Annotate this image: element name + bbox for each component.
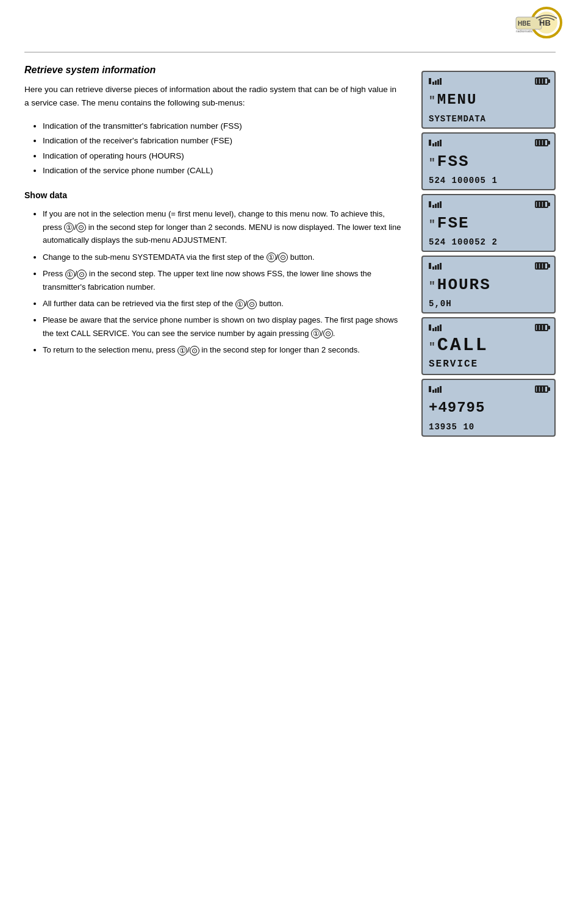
button-symbol-8: ⊙	[247, 299, 257, 309]
list-item: Indication of the service phone number (…	[43, 163, 403, 178]
lcd-dot-4	[429, 263, 431, 269]
lcd-screen-menu: " MENU SYSTEMDATA	[421, 71, 556, 129]
svg-text:HBE: HBE	[518, 20, 531, 27]
main-layout: Retrieve system information Here you can…	[24, 65, 556, 437]
lcd-screen-hours-line1: HOURS	[437, 276, 491, 294]
step-item-1: If you are not in the selection menu (= …	[43, 207, 403, 246]
text-column: Retrieve system information Here you can…	[24, 65, 403, 360]
logo-area: HBE radiomatic HB	[513, 6, 568, 40]
lcd-quote-char-5: "	[429, 341, 435, 353]
lcd-signal-bars-3	[432, 201, 442, 208]
step-item-4: All further data can be retrieved via th…	[43, 297, 403, 310]
step-item-5: Please be aware that the service phone n…	[43, 313, 403, 340]
lcd-screen-call: " CALL SERVICE	[421, 317, 556, 375]
step-item-3: Press ①/⊙ in the second step. The upper …	[43, 267, 403, 293]
button-symbol-2: ⊙	[76, 223, 86, 232]
lcd-screen-fss-line2: 524 100005 1	[429, 176, 548, 185]
lcd-battery-2	[535, 139, 548, 146]
logo-icon: HBE radiomatic HB	[513, 6, 568, 40]
list-item: Indication of the receiver's fabrication…	[43, 134, 403, 148]
lcd-screen-phone: +49795 13935 10	[421, 379, 556, 437]
lcd-screen-menu-line1: MENU	[437, 92, 478, 108]
lcd-signal-area-6	[429, 386, 442, 393]
lcd-line1-area-2: " FSS	[429, 153, 548, 171]
step-item-6: To return to the selection menu, press ①…	[43, 343, 403, 356]
lcd-signal-area-5	[429, 324, 442, 331]
lcd-line1-area-4: " HOURS	[429, 276, 548, 294]
lcd-screen-fse-line2: 524 100052 2	[429, 238, 548, 247]
lcd-battery-4	[535, 262, 548, 270]
button-symbol-9: ①	[311, 329, 321, 338]
feature-list: Indication of the transmitter's fabricat…	[24, 119, 403, 178]
lcd-screen-fss-line1: FSS	[437, 153, 470, 171]
button-symbol-4: ⊙	[278, 252, 288, 262]
button-symbol-3: ①	[267, 252, 276, 262]
lcd-quote-char-3: "	[429, 218, 435, 231]
lcd-dot-2	[429, 140, 431, 146]
lcd-screen-hours-line2: 5,0H	[429, 299, 548, 309]
lcd-quote-char: "	[429, 95, 435, 107]
lcd-screen-hours: " HOURS 5,0H	[421, 256, 556, 313]
steps-list: If you are not in the selection menu (= …	[24, 207, 403, 356]
lcd-signal-bars-4	[432, 263, 442, 270]
show-data-heading: Show data	[24, 190, 403, 200]
svg-text:HB: HB	[539, 18, 551, 27]
displays-column: " MENU SYSTEMDATA	[421, 71, 556, 437]
top-rule	[24, 52, 556, 52]
lcd-signal-area-2	[429, 140, 442, 146]
lcd-line1-area-3: " FSE	[429, 215, 548, 232]
list-item: Indication of the transmitter's fabricat…	[43, 119, 403, 134]
button-symbol-10: ⊙	[323, 329, 333, 338]
lcd-dot-1	[429, 78, 431, 84]
lcd-top-bar-1	[429, 77, 548, 85]
lcd-battery-5	[535, 324, 548, 331]
lcd-dot-3	[429, 201, 431, 207]
lcd-top-bar-3	[429, 200, 548, 209]
lcd-battery-6	[535, 385, 548, 393]
lcd-signal-area-4	[429, 263, 442, 270]
button-symbol-5: ①	[65, 270, 75, 279]
lcd-signal-bars-6	[432, 386, 442, 393]
button-symbol: ①	[64, 223, 74, 232]
lcd-dot-5	[429, 324, 431, 331]
lcd-top-bar-5	[429, 323, 548, 332]
lcd-top-bar-6	[429, 385, 548, 393]
lcd-screen-phone-line2: 13935 10	[429, 423, 548, 432]
lcd-signal-bars-2	[432, 140, 442, 146]
lcd-screen-fss: " FSS 524 100005 1	[421, 132, 556, 190]
svg-text:radiomatic: radiomatic	[516, 29, 533, 33]
lcd-battery-3	[535, 201, 548, 208]
lcd-line1-area-6: +49795	[429, 400, 548, 416]
lcd-top-bar-2	[429, 138, 548, 147]
lcd-screen-call-line1: CALL	[437, 335, 489, 356]
lcd-quote-char-4: "	[429, 280, 435, 292]
lcd-quote-char-2: "	[429, 157, 435, 169]
button-symbol-12: ⊙	[190, 346, 199, 356]
lcd-signal-bars	[432, 78, 442, 85]
button-symbol-7: ①	[235, 299, 245, 309]
lcd-screen-call-line2: SERVICE	[429, 359, 548, 370]
lcd-dot-6	[429, 386, 431, 392]
lcd-signal-area-3	[429, 201, 442, 208]
list-item: Indication of operating hours (HOURS)	[43, 149, 403, 163]
lcd-screen-menu-line2: SYSTEMDATA	[429, 115, 548, 124]
lcd-screen-fse-line1: FSE	[437, 215, 470, 232]
button-symbol-6: ⊙	[77, 270, 87, 279]
lcd-screen-phone-line1: +49795	[429, 399, 485, 416]
lcd-signal-bars-5	[432, 324, 442, 331]
lcd-screen-fse: " FSE 524 100052 2	[421, 194, 556, 252]
intro-text: Here you can retrieve diverse pieces of …	[24, 83, 403, 109]
page-container: HBE radiomatic HB Retrieve system inform…	[0, 0, 580, 461]
step-item-2: Change to the sub-menu SYSTEMDATA via th…	[43, 251, 403, 263]
lcd-battery-1	[535, 77, 548, 85]
page-title: Retrieve system information	[24, 65, 403, 76]
lcd-signal-area	[429, 78, 442, 85]
button-symbol-11: ①	[177, 346, 187, 356]
lcd-top-bar-4	[429, 262, 548, 270]
lcd-line1-area: " MENU	[429, 92, 548, 108]
lcd-line1-area-5: " CALL	[429, 335, 548, 356]
